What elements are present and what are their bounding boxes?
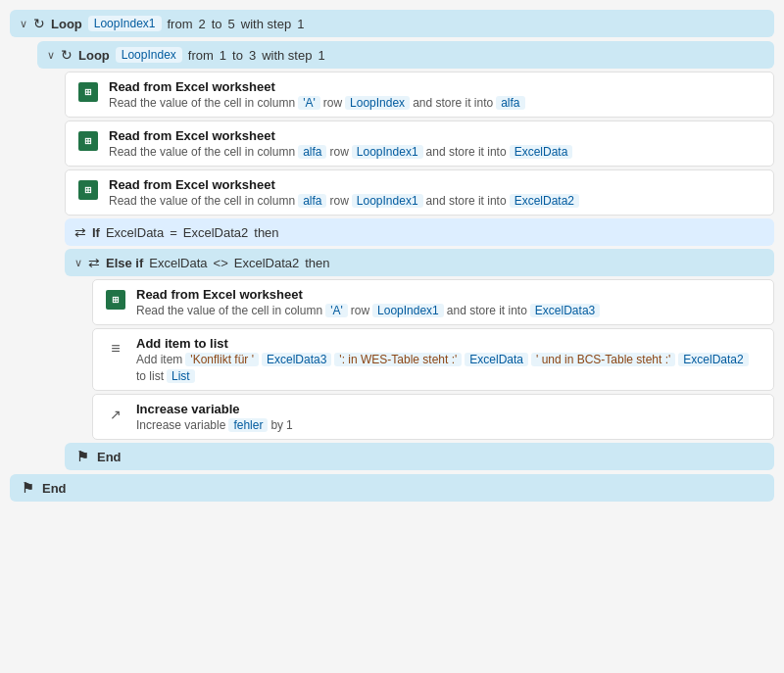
action4-desc: Read the value of the cell in column 'A'… xyxy=(136,304,600,317)
inner-loop-from-val: 1 xyxy=(220,48,226,63)
outer-indent: ∨ ↻ Loop LoopIndex from 1 to 3 with step… xyxy=(37,41,774,470)
action3-row-var: LoopIndex1 xyxy=(352,194,423,208)
action1-title: Read from Excel worksheet xyxy=(109,79,525,94)
action3-store-text: and store it into xyxy=(426,194,507,208)
outer-loop-to-val: 5 xyxy=(228,17,235,31)
action4-desc-prefix: Read the value of the cell in column xyxy=(136,304,322,317)
inner-loop-from-text: from xyxy=(188,48,214,63)
inner-loop-to-val: 3 xyxy=(249,48,256,63)
action2-row-text: row xyxy=(329,145,348,159)
outer-loop-chevron: ∨ xyxy=(20,18,27,30)
action3-desc-prefix: Read the value of the cell in column xyxy=(109,194,295,208)
action3-col: alfa xyxy=(298,194,326,208)
action1-store-text: and store it into xyxy=(413,96,493,110)
excel-icon-3: ⊞ xyxy=(77,179,99,201)
elseif-chevron: ∨ xyxy=(74,257,82,269)
inner-loop-step-val: 1 xyxy=(318,48,324,63)
elseif-indent: ⊞ Read from Excel worksheet Read the val… xyxy=(92,279,774,440)
list-icon-5: ≡ xyxy=(105,338,126,360)
inner-indent: ⊞ Read from Excel worksheet Read the val… xyxy=(65,72,774,470)
action4-col: 'A' xyxy=(325,304,348,317)
action2-col: alfa xyxy=(298,145,326,159)
if-var2: ExcelData2 xyxy=(183,225,248,240)
outer-loop-label: Loop xyxy=(51,17,82,31)
inner-end-block[interactable]: ⚑ End xyxy=(65,443,774,470)
elseif-var2: ExcelData2 xyxy=(234,256,299,270)
outer-end-flag-icon: ⚑ xyxy=(22,480,34,496)
action-row-4[interactable]: ⊞ Read from Excel worksheet Read the val… xyxy=(92,279,774,325)
action-content-4: Read from Excel worksheet Read the value… xyxy=(136,287,600,317)
action1-desc-prefix: Read the value of the cell in column xyxy=(109,96,295,110)
action4-row-text: row xyxy=(351,304,369,317)
inner-loop-label: Loop xyxy=(78,48,110,63)
excel-icon-2: ⊞ xyxy=(77,130,99,152)
inner-end-label: End xyxy=(97,450,122,464)
if-icon: ⇄ xyxy=(74,224,86,240)
elseif-var1: ExcelData xyxy=(149,256,207,270)
if-then: then xyxy=(254,225,278,240)
action-row-1[interactable]: ⊞ Read from Excel worksheet Read the val… xyxy=(65,72,774,118)
outer-end-block[interactable]: ⚑ End xyxy=(10,474,774,502)
action1-store-var: alfa xyxy=(496,96,524,110)
action2-row-var: LoopIndex1 xyxy=(352,145,423,159)
action-content-2: Read from Excel worksheet Read the value… xyxy=(109,128,572,159)
if-var1: ExcelData xyxy=(106,225,164,240)
outer-loop-header[interactable]: ∨ ↻ Loop LoopIndex1 from 2 to 5 with ste… xyxy=(10,10,774,37)
increase-icon-6: ↗ xyxy=(105,404,126,425)
action-content-3: Read from Excel worksheet Read the value… xyxy=(109,177,579,208)
action5-list-var: List xyxy=(167,369,195,383)
action3-desc: Read the value of the cell in column alf… xyxy=(109,194,579,208)
action-content-6: Increase variable Increase variable fehl… xyxy=(136,402,293,432)
inner-loop-icon: ↻ xyxy=(61,47,73,63)
action5-var3: ExcelData2 xyxy=(678,353,748,366)
action3-store-var: ExcelData2 xyxy=(510,194,579,208)
action-row-3[interactable]: ⊞ Read from Excel worksheet Read the val… xyxy=(65,169,774,216)
action-row-6[interactable]: ↗ Increase variable Increase variable fe… xyxy=(92,394,774,440)
excel-icon-1: ⊞ xyxy=(77,81,99,103)
action4-store-var: ExcelData3 xyxy=(530,304,600,317)
if-op: = xyxy=(170,225,177,240)
outer-loop-with-text: with step xyxy=(241,17,291,31)
inner-end-flag-icon: ⚑ xyxy=(76,449,89,464)
action6-by-text: by xyxy=(270,418,283,432)
action4-row-var: LoopIndex1 xyxy=(372,304,444,317)
action2-store-text: and store it into xyxy=(426,145,507,159)
action6-var: fehler xyxy=(228,418,268,432)
action4-title: Read from Excel worksheet xyxy=(136,287,600,302)
action5-str3: ' und in BCS-Table steht :' xyxy=(531,353,675,366)
elseif-header[interactable]: ∨ ⇄ Else if ExcelData <> ExcelData2 then xyxy=(65,249,774,276)
if-header[interactable]: ⇄ If ExcelData = ExcelData2 then xyxy=(65,218,774,246)
outer-loop-icon: ↻ xyxy=(33,16,45,31)
action2-desc-prefix: Read the value of the cell in column xyxy=(109,145,295,159)
action-row-5[interactable]: ≡ Add item to list Add item 'Konflikt fü… xyxy=(92,328,774,391)
action3-row-text: row xyxy=(329,194,348,208)
action1-col: 'A' xyxy=(298,96,320,110)
elseif-icon: ⇄ xyxy=(88,255,100,270)
outer-loop-from-text: from xyxy=(168,17,193,31)
outer-end-label: End xyxy=(42,481,67,496)
outer-loop-to-text: to xyxy=(212,17,222,31)
action5-str2: ': in WES-Table steht :' xyxy=(334,353,462,366)
action1-row-text: row xyxy=(323,96,342,110)
outer-loop-step-val: 1 xyxy=(297,17,304,31)
if-keyword: If xyxy=(92,225,100,240)
action5-desc: Add item 'Konflikt für ' ExcelData3 ': i… xyxy=(136,353,761,383)
outer-loop-from-val: 2 xyxy=(199,17,206,31)
inner-loop-header[interactable]: ∨ ↻ Loop LoopIndex from 1 to 3 with step… xyxy=(37,41,774,69)
action6-title: Increase variable xyxy=(136,402,293,416)
inner-loop-chevron: ∨ xyxy=(47,49,55,62)
action1-row-var: LoopIndex xyxy=(345,96,410,110)
action2-title: Read from Excel worksheet xyxy=(109,128,572,143)
action2-store-var: ExcelData xyxy=(510,145,573,159)
inner-loop-var: LoopIndex xyxy=(116,47,182,63)
action6-desc-prefix: Increase variable xyxy=(136,418,225,432)
action6-desc: Increase variable fehler by 1 xyxy=(136,418,293,432)
elseif-keyword: Else if xyxy=(106,256,143,270)
action-row-2[interactable]: ⊞ Read from Excel worksheet Read the val… xyxy=(65,120,774,167)
action3-title: Read from Excel worksheet xyxy=(109,177,579,192)
elseif-then: then xyxy=(305,256,329,270)
action-content-1: Read from Excel worksheet Read the value… xyxy=(109,79,525,110)
excel-icon-4: ⊞ xyxy=(105,289,126,311)
action5-var2: ExcelData xyxy=(465,353,528,366)
action5-str1: 'Konflikt für ' xyxy=(185,353,259,366)
